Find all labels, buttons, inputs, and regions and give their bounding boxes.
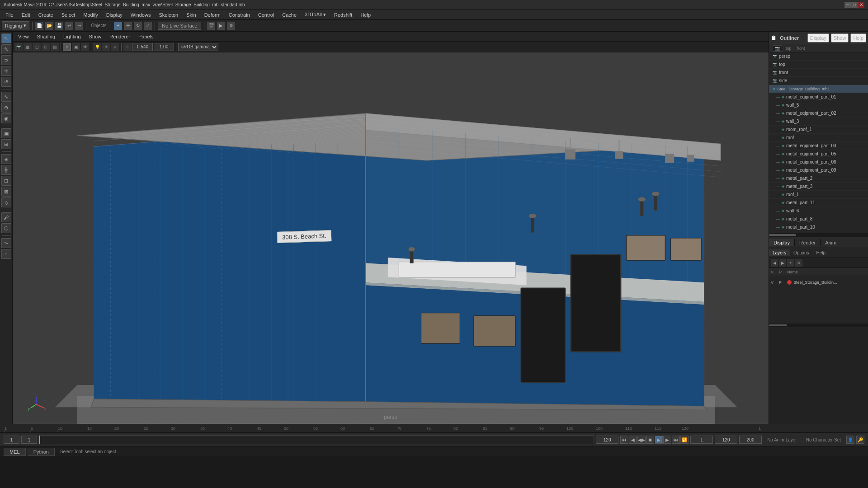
vp-bounding-icon[interactable]: ⊡ bbox=[42, 43, 50, 51]
menu-windows[interactable]: Windows bbox=[127, 11, 155, 19]
layers-add-icon[interactable]: + bbox=[787, 259, 794, 267]
play-btn[interactable]: ▶ bbox=[655, 436, 663, 444]
ot-metal-eq-03[interactable]: — ◈ metal_eqipment_part_03 bbox=[769, 142, 868, 150]
vp-wireframe-icon[interactable]: ▦ bbox=[24, 43, 32, 51]
show-manip-btn[interactable]: ▣ bbox=[1, 128, 11, 138]
lasso-select-btn[interactable]: ⊃ bbox=[1, 55, 11, 65]
menu-file[interactable]: File bbox=[2, 11, 17, 19]
ot-metal-eq-01[interactable]: — ◈ metal_eqipment_part_01 bbox=[769, 93, 868, 101]
layers-tab-display[interactable]: Display bbox=[769, 239, 795, 246]
undo-icon[interactable]: ↩ bbox=[65, 22, 73, 30]
save-file-icon[interactable]: 💾 bbox=[55, 22, 63, 30]
layers-hscrollbar[interactable] bbox=[769, 324, 868, 327]
open-file-icon[interactable]: 📂 bbox=[45, 22, 53, 30]
move-tool-btn[interactable]: ✛ bbox=[1, 66, 11, 76]
vp-value1-input[interactable] bbox=[132, 43, 153, 51]
ot-wall6[interactable]: — ◈ wall_6 bbox=[769, 207, 868, 215]
ot-room-roof[interactable]: — ◈ room_roof_1 bbox=[769, 126, 868, 134]
minimize-button[interactable]: ─ bbox=[844, 2, 851, 8]
vp-grid2-icon[interactable]: ▣ bbox=[72, 43, 80, 51]
new-file-icon[interactable]: 📄 bbox=[35, 22, 43, 30]
layers-forward-icon[interactable]: ▶ bbox=[779, 259, 786, 267]
vp-shadow-icon[interactable]: ☀ bbox=[102, 43, 110, 51]
menu-redshift[interactable]: Redshift bbox=[330, 11, 356, 19]
layers-tab-anim[interactable]: Anim bbox=[821, 239, 841, 246]
ot-top[interactable]: 📷 top bbox=[769, 61, 868, 69]
layers-subtab-options[interactable]: Options bbox=[790, 249, 812, 256]
menu-create[interactable]: Create bbox=[35, 11, 57, 19]
close-button[interactable]: ✕ bbox=[858, 2, 864, 8]
outliner-help-btn[interactable]: Help bbox=[850, 33, 866, 42]
go-end-btn[interactable]: ⏭ bbox=[672, 436, 680, 444]
vp-isolate-icon[interactable]: ○ bbox=[123, 43, 132, 51]
layers-back-icon[interactable]: ◀ bbox=[771, 259, 778, 267]
insert-edge-btn[interactable]: ╋ bbox=[1, 165, 11, 175]
menu-control[interactable]: Control bbox=[255, 11, 278, 19]
layers-delete-icon[interactable]: ✕ bbox=[795, 259, 802, 267]
play-back-btn[interactable]: ◀▶ bbox=[637, 436, 646, 444]
vp-camera-icon[interactable]: 📷 bbox=[14, 43, 23, 51]
ot-metal-eq-05[interactable]: — ◈ metal_eqipment_part_05 bbox=[769, 150, 868, 158]
vp-menu-shading[interactable]: Shading bbox=[33, 33, 59, 40]
vp-grid-icon[interactable]: # bbox=[63, 43, 71, 51]
ot-metal-part-10[interactable]: — ◈ metal_part_10 bbox=[769, 223, 868, 231]
ot-metal-eq-02[interactable]: — ◈ metal_eqipment_part_02 bbox=[769, 109, 868, 117]
select-icon[interactable]: ✦ bbox=[114, 22, 122, 30]
cam-persp-icon[interactable]: 📷 bbox=[773, 45, 782, 52]
ot-persp[interactable]: 📷 persp bbox=[769, 52, 868, 61]
create-poly-btn[interactable]: ◈ bbox=[1, 154, 11, 164]
vp-texture-icon[interactable]: ▤ bbox=[51, 43, 59, 51]
maximize-button[interactable]: □ bbox=[851, 2, 858, 8]
outliner-show-btn[interactable]: Show bbox=[831, 33, 849, 42]
layers-subtab-help[interactable]: Help bbox=[812, 249, 829, 256]
layer-steel-row[interactable]: V P Steel_Storage_Buildin... bbox=[771, 278, 866, 287]
redo-icon[interactable]: ↪ bbox=[75, 22, 83, 30]
vp-menu-panels[interactable]: Panels bbox=[135, 33, 157, 40]
extrude-btn[interactable]: ⊟ bbox=[1, 176, 11, 186]
menu-3dtoall[interactable]: 3DToAll ▾ bbox=[301, 11, 330, 19]
timeline-ruler[interactable]: 1 5 10 15 20 25 30 35 40 45 50 bbox=[0, 424, 868, 433]
viewport-canvas[interactable]: 308 S. Beach St. persp x y z bbox=[13, 52, 769, 424]
menu-skeleton[interactable]: Skeleton bbox=[155, 11, 182, 19]
layers-subtab-layers[interactable]: Layers bbox=[769, 249, 790, 256]
timeline-track[interactable] bbox=[39, 435, 594, 444]
vp-menu-view[interactable]: View bbox=[14, 33, 33, 40]
nurbs-btn[interactable]: ○ bbox=[1, 249, 11, 259]
soft-mod-btn[interactable]: ◉ bbox=[1, 113, 11, 123]
skin-cluster-btn[interactable]: ⬡ bbox=[1, 223, 11, 233]
python-tab[interactable]: Python bbox=[28, 448, 55, 456]
char-set-icon[interactable]: 👤 bbox=[846, 436, 854, 444]
menu-edit[interactable]: Edit bbox=[18, 11, 34, 19]
menu-deform[interactable]: Deform bbox=[201, 11, 224, 19]
ot-roof1[interactable]: — ◈ roof_1 bbox=[769, 191, 868, 199]
vp-menu-lighting[interactable]: Lighting bbox=[60, 33, 85, 40]
layers-tab-render[interactable]: Render bbox=[795, 239, 821, 246]
ot-metal-part-8[interactable]: — ◈ metal_part_8 bbox=[769, 215, 868, 223]
ot-roof[interactable]: — ◈ roof bbox=[769, 134, 868, 142]
ot-wall3[interactable]: — ◈ wall_3 bbox=[769, 117, 868, 126]
ot-root-mesh[interactable]: ◈ Steel_Storage_Building_mb1 bbox=[769, 85, 868, 93]
menu-cache[interactable]: Cache bbox=[278, 11, 300, 19]
ot-metal-eq-06[interactable]: — ◈ metal_eqipment_part_06 bbox=[769, 158, 868, 166]
menu-skin[interactable]: Skin bbox=[183, 11, 199, 19]
no-live-surface-button[interactable]: No Live Surface bbox=[158, 22, 201, 30]
range-end-input[interactable] bbox=[596, 436, 618, 444]
stop-btn[interactable]: ⏹ bbox=[646, 436, 654, 444]
rotate-icon[interactable]: ↻ bbox=[134, 22, 142, 30]
ot-metal-part-2[interactable]: — ◈ metal_part_2 bbox=[769, 174, 868, 183]
vp-light-icon[interactable]: 💡 bbox=[93, 43, 101, 51]
vp-menu-show[interactable]: Show bbox=[85, 33, 105, 40]
vp-menu-renderer[interactable]: Renderer bbox=[106, 33, 134, 40]
paint-weights-btn[interactable]: 🖌 bbox=[1, 212, 11, 222]
next-frame-btn[interactable]: ▶ bbox=[663, 436, 671, 444]
loop-btn[interactable]: 🔁 bbox=[680, 436, 689, 444]
settings-icon[interactable]: ⚙ bbox=[227, 22, 235, 30]
bridge-btn[interactable]: ⊠ bbox=[1, 187, 11, 197]
ot-front[interactable]: 📷 front bbox=[769, 69, 868, 77]
ot-wall5[interactable]: — ◈ wall_5 bbox=[769, 101, 868, 109]
vp-aa-icon[interactable]: A bbox=[111, 43, 119, 51]
outliner-display-btn[interactable]: Display bbox=[807, 33, 829, 42]
menu-help[interactable]: Help bbox=[357, 11, 374, 19]
snap-to-btn[interactable]: ⊞ bbox=[1, 139, 11, 149]
outliner-tree[interactable]: 📷 persp 📷 top 📷 front 📷 side ◈ Steel_Sto bbox=[769, 52, 868, 233]
